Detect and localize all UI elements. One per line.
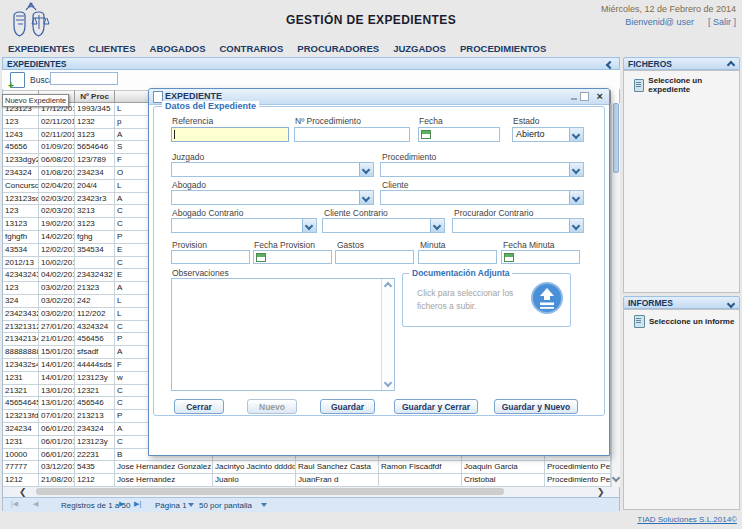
table-cell: 2342343242 xyxy=(3,308,39,321)
table-row[interactable]: 121221/08/20131212Jose HernandezJuanloJu… xyxy=(3,474,611,487)
upload-icon[interactable] xyxy=(530,281,564,315)
scroll-up-icon[interactable] xyxy=(384,282,392,290)
table-cell: 5654646 xyxy=(75,141,115,154)
expedientes-panel-title: EXPEDIENTES xyxy=(7,59,67,69)
n-procedimiento-label: Nº Procedimiento xyxy=(295,116,361,126)
maximize-button[interactable] xyxy=(580,92,589,101)
calendar-icon[interactable] xyxy=(504,253,514,262)
table-vertical-scrollbar[interactable] xyxy=(611,103,620,487)
calendar-icon[interactable] xyxy=(256,253,266,262)
per-page-label[interactable]: 50 por pantalla xyxy=(199,501,252,510)
menu-item-procedimientos[interactable]: PROCEDIMIENTOS xyxy=(460,43,546,54)
provision-field[interactable] xyxy=(171,250,250,264)
table-cell: 03/02/2014 xyxy=(39,282,75,295)
abogado-select[interactable] xyxy=(171,190,374,205)
table-row[interactable]: 7777703/12/20135435Jose Hernandez Gonzal… xyxy=(3,461,611,474)
ficheros-panel-header: FICHEROS xyxy=(623,57,740,70)
guardar-button[interactable]: Guardar xyxy=(320,399,375,414)
cerrar-button[interactable]: Cerrar xyxy=(174,399,224,414)
last-page-icon[interactable]: ▶| xyxy=(134,500,141,508)
collapse-left-icon[interactable] xyxy=(606,61,614,69)
table-cell: 02/04/2014 xyxy=(39,180,75,193)
table-cell: 123213fds xyxy=(3,410,39,423)
table-cell: 14/02/2014 xyxy=(39,231,75,244)
gastos-field[interactable] xyxy=(335,250,414,264)
table-cell: 123123sdfsd xyxy=(3,193,39,206)
ficheros-panel-title: FICHEROS xyxy=(628,59,672,69)
informes-collapse-icon[interactable] xyxy=(727,300,735,308)
table-cell: 456546456 xyxy=(3,397,39,410)
chevron-down-icon[interactable] xyxy=(569,163,583,176)
table-cell: 1233dgy23 xyxy=(3,154,39,167)
referencia-field[interactable] xyxy=(171,127,289,142)
table-cell: 01/08/2014 xyxy=(39,167,75,180)
datos-fieldset-legend: Datos del Expediente xyxy=(162,101,259,111)
table-cell: 21/01/2014 xyxy=(39,333,75,346)
fecha-field[interactable] xyxy=(418,127,500,142)
scroll-down-icon[interactable] xyxy=(613,467,619,485)
table-cell: 1993/345 xyxy=(75,103,115,116)
vendor-credit-link[interactable]: TIAD Soluciones S.L.2014© xyxy=(637,515,737,524)
table-cell: 234234 xyxy=(75,167,115,180)
table-cell: 123 xyxy=(3,116,39,129)
logout-link[interactable]: [ Salir ] xyxy=(708,17,736,27)
chevron-down-icon[interactable] xyxy=(359,163,373,176)
chevron-down-icon[interactable] xyxy=(359,191,373,204)
minuta-field[interactable] xyxy=(418,250,497,264)
prev-page-icon[interactable]: ◀ xyxy=(33,500,38,508)
upload-hint-line2[interactable]: ficheros a subir. xyxy=(417,301,477,311)
minimize-button[interactable] xyxy=(571,98,577,100)
table-cell: 21342134 xyxy=(3,333,39,346)
chevron-down-icon[interactable] xyxy=(569,191,583,204)
table-cell: 21321 xyxy=(3,385,39,398)
menu-item-contrarios[interactable]: CONTRARIOS xyxy=(219,43,283,54)
next-page-icon[interactable]: ▶ xyxy=(119,500,124,508)
table-cell: 12/02/2014 xyxy=(39,244,75,257)
procurador-contrario-select[interactable] xyxy=(452,218,584,233)
chevron-down-icon[interactable] xyxy=(569,219,583,232)
cliente-select[interactable] xyxy=(380,190,584,205)
close-icon[interactable]: × xyxy=(597,89,603,103)
cliente-contrario-select[interactable] xyxy=(322,218,445,233)
per-page-dropdown-icon[interactable] xyxy=(261,503,267,507)
estado-select[interactable]: Abierto xyxy=(512,127,584,142)
vscroll-thumb[interactable] xyxy=(613,103,619,173)
informes-panel-header: INFORMES xyxy=(623,296,740,309)
guardar-y-cerrar-button[interactable]: Guardar y Cerrar xyxy=(394,399,478,414)
table-cell: 43534 xyxy=(3,244,39,257)
ficheros-collapse-icon[interactable] xyxy=(727,61,735,69)
fecha-provision-field[interactable] xyxy=(253,250,332,264)
page-number-label[interactable]: Página 1 xyxy=(155,501,187,510)
scroll-right-icon[interactable]: ❯ xyxy=(597,487,605,497)
calendar-icon[interactable] xyxy=(421,130,431,139)
menu-item-juzgados[interactable]: JUZGADOS xyxy=(393,43,446,54)
fecha-minuta-field[interactable] xyxy=(501,250,580,264)
menu-item-abogados[interactable]: ABOGADOS xyxy=(150,43,206,54)
new-expediente-button[interactable]: + xyxy=(10,72,25,88)
hscroll-thumb[interactable] xyxy=(36,488,504,495)
scroll-down-icon[interactable] xyxy=(384,379,392,387)
table-cell xyxy=(75,257,115,270)
guardar-y-nuevo-button[interactable]: Guardar y Nuevo xyxy=(494,399,578,414)
menu-item-procuradores[interactable]: PROCURADORES xyxy=(297,43,379,54)
chevron-down-icon[interactable] xyxy=(569,128,583,141)
page-dropdown-icon[interactable] xyxy=(188,503,194,507)
menu-item-clientes[interactable]: CLIENTES xyxy=(89,43,136,54)
chevron-down-icon[interactable] xyxy=(430,219,444,232)
search-input[interactable] xyxy=(50,72,118,85)
juzgado-select[interactable] xyxy=(171,162,374,177)
menu-item-expedientes[interactable]: EXPEDIENTES xyxy=(8,43,75,54)
first-page-icon[interactable]: |◀ xyxy=(11,500,18,508)
informes-panel-body: Seleccione un informe xyxy=(623,309,740,510)
table-horizontal-scrollbar[interactable]: ❮ ❯ xyxy=(3,487,619,497)
observaciones-textarea[interactable] xyxy=(171,278,395,391)
observaciones-scrollbar[interactable] xyxy=(381,279,394,390)
procedimiento-select[interactable] xyxy=(380,162,584,177)
text-caret xyxy=(174,130,175,139)
column-header[interactable]: Nº Proc xyxy=(75,90,115,103)
chevron-down-icon[interactable] xyxy=(302,219,316,232)
scroll-left-icon[interactable]: ❮ xyxy=(19,487,27,497)
n-procedimiento-field[interactable] xyxy=(294,127,410,142)
upload-hint-line1[interactable]: Click para seleccionar los xyxy=(417,288,513,298)
abogado-contrario-select[interactable] xyxy=(171,218,317,233)
